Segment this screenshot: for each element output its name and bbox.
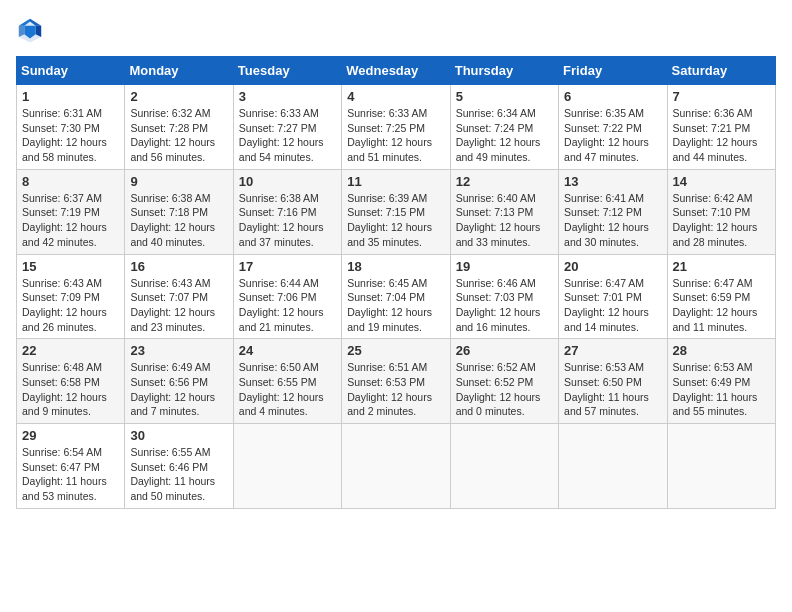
calendar-cell: 14 Sunrise: 6:42 AMSunset: 7:10 PMDaylig…	[667, 169, 775, 254]
calendar-cell: 24 Sunrise: 6:50 AMSunset: 6:55 PMDaylig…	[233, 339, 341, 424]
day-number: 14	[673, 174, 770, 189]
day-number: 23	[130, 343, 227, 358]
day-number: 8	[22, 174, 119, 189]
day-info: Sunrise: 6:53 AMSunset: 6:50 PMDaylight:…	[564, 360, 661, 419]
calendar-cell: 4 Sunrise: 6:33 AMSunset: 7:25 PMDayligh…	[342, 85, 450, 170]
day-number: 12	[456, 174, 553, 189]
day-info: Sunrise: 6:32 AMSunset: 7:28 PMDaylight:…	[130, 106, 227, 165]
day-info: Sunrise: 6:47 AMSunset: 7:01 PMDaylight:…	[564, 276, 661, 335]
day-number: 29	[22, 428, 119, 443]
calendar-cell	[450, 424, 558, 509]
calendar-week-row: 8 Sunrise: 6:37 AMSunset: 7:19 PMDayligh…	[17, 169, 776, 254]
day-of-week-header: Tuesday	[233, 57, 341, 85]
calendar-cell: 29 Sunrise: 6:54 AMSunset: 6:47 PMDaylig…	[17, 424, 125, 509]
day-number: 13	[564, 174, 661, 189]
day-number: 3	[239, 89, 336, 104]
calendar-cell: 26 Sunrise: 6:52 AMSunset: 6:52 PMDaylig…	[450, 339, 558, 424]
calendar-cell: 15 Sunrise: 6:43 AMSunset: 7:09 PMDaylig…	[17, 254, 125, 339]
calendar-cell: 8 Sunrise: 6:37 AMSunset: 7:19 PMDayligh…	[17, 169, 125, 254]
calendar-cell: 17 Sunrise: 6:44 AMSunset: 7:06 PMDaylig…	[233, 254, 341, 339]
day-number: 2	[130, 89, 227, 104]
calendar-cell: 21 Sunrise: 6:47 AMSunset: 6:59 PMDaylig…	[667, 254, 775, 339]
calendar-cell: 2 Sunrise: 6:32 AMSunset: 7:28 PMDayligh…	[125, 85, 233, 170]
day-number: 21	[673, 259, 770, 274]
day-info: Sunrise: 6:34 AMSunset: 7:24 PMDaylight:…	[456, 106, 553, 165]
calendar-cell: 28 Sunrise: 6:53 AMSunset: 6:49 PMDaylig…	[667, 339, 775, 424]
calendar-cell: 25 Sunrise: 6:51 AMSunset: 6:53 PMDaylig…	[342, 339, 450, 424]
day-number: 6	[564, 89, 661, 104]
calendar-cell	[233, 424, 341, 509]
day-info: Sunrise: 6:43 AMSunset: 7:09 PMDaylight:…	[22, 276, 119, 335]
day-info: Sunrise: 6:53 AMSunset: 6:49 PMDaylight:…	[673, 360, 770, 419]
day-info: Sunrise: 6:39 AMSunset: 7:15 PMDaylight:…	[347, 191, 444, 250]
calendar-week-row: 15 Sunrise: 6:43 AMSunset: 7:09 PMDaylig…	[17, 254, 776, 339]
day-info: Sunrise: 6:49 AMSunset: 6:56 PMDaylight:…	[130, 360, 227, 419]
calendar-cell: 30 Sunrise: 6:55 AMSunset: 6:46 PMDaylig…	[125, 424, 233, 509]
day-info: Sunrise: 6:40 AMSunset: 7:13 PMDaylight:…	[456, 191, 553, 250]
day-info: Sunrise: 6:42 AMSunset: 7:10 PMDaylight:…	[673, 191, 770, 250]
day-info: Sunrise: 6:43 AMSunset: 7:07 PMDaylight:…	[130, 276, 227, 335]
calendar-cell: 10 Sunrise: 6:38 AMSunset: 7:16 PMDaylig…	[233, 169, 341, 254]
calendar-cell: 16 Sunrise: 6:43 AMSunset: 7:07 PMDaylig…	[125, 254, 233, 339]
day-info: Sunrise: 6:33 AMSunset: 7:25 PMDaylight:…	[347, 106, 444, 165]
day-number: 30	[130, 428, 227, 443]
day-info: Sunrise: 6:46 AMSunset: 7:03 PMDaylight:…	[456, 276, 553, 335]
day-number: 17	[239, 259, 336, 274]
day-info: Sunrise: 6:31 AMSunset: 7:30 PMDaylight:…	[22, 106, 119, 165]
calendar-cell: 7 Sunrise: 6:36 AMSunset: 7:21 PMDayligh…	[667, 85, 775, 170]
calendar-cell: 27 Sunrise: 6:53 AMSunset: 6:50 PMDaylig…	[559, 339, 667, 424]
calendar-cell: 9 Sunrise: 6:38 AMSunset: 7:18 PMDayligh…	[125, 169, 233, 254]
day-info: Sunrise: 6:44 AMSunset: 7:06 PMDaylight:…	[239, 276, 336, 335]
calendar-cell: 3 Sunrise: 6:33 AMSunset: 7:27 PMDayligh…	[233, 85, 341, 170]
day-info: Sunrise: 6:51 AMSunset: 6:53 PMDaylight:…	[347, 360, 444, 419]
day-number: 7	[673, 89, 770, 104]
day-info: Sunrise: 6:47 AMSunset: 6:59 PMDaylight:…	[673, 276, 770, 335]
calendar-cell: 6 Sunrise: 6:35 AMSunset: 7:22 PMDayligh…	[559, 85, 667, 170]
day-of-week-header: Wednesday	[342, 57, 450, 85]
calendar-header-row: SundayMondayTuesdayWednesdayThursdayFrid…	[17, 57, 776, 85]
day-number: 22	[22, 343, 119, 358]
day-of-week-header: Thursday	[450, 57, 558, 85]
day-number: 20	[564, 259, 661, 274]
day-info: Sunrise: 6:38 AMSunset: 7:18 PMDaylight:…	[130, 191, 227, 250]
day-number: 16	[130, 259, 227, 274]
day-number: 26	[456, 343, 553, 358]
day-of-week-header: Saturday	[667, 57, 775, 85]
day-number: 4	[347, 89, 444, 104]
day-info: Sunrise: 6:38 AMSunset: 7:16 PMDaylight:…	[239, 191, 336, 250]
calendar-cell: 13 Sunrise: 6:41 AMSunset: 7:12 PMDaylig…	[559, 169, 667, 254]
page-header	[16, 16, 776, 44]
logo	[16, 16, 48, 44]
day-number: 19	[456, 259, 553, 274]
day-number: 10	[239, 174, 336, 189]
day-info: Sunrise: 6:36 AMSunset: 7:21 PMDaylight:…	[673, 106, 770, 165]
day-info: Sunrise: 6:33 AMSunset: 7:27 PMDaylight:…	[239, 106, 336, 165]
calendar-table: SundayMondayTuesdayWednesdayThursdayFrid…	[16, 56, 776, 509]
calendar-week-row: 22 Sunrise: 6:48 AMSunset: 6:58 PMDaylig…	[17, 339, 776, 424]
day-of-week-header: Friday	[559, 57, 667, 85]
day-number: 1	[22, 89, 119, 104]
calendar-cell: 12 Sunrise: 6:40 AMSunset: 7:13 PMDaylig…	[450, 169, 558, 254]
calendar-cell: 11 Sunrise: 6:39 AMSunset: 7:15 PMDaylig…	[342, 169, 450, 254]
day-number: 27	[564, 343, 661, 358]
day-info: Sunrise: 6:50 AMSunset: 6:55 PMDaylight:…	[239, 360, 336, 419]
day-info: Sunrise: 6:55 AMSunset: 6:46 PMDaylight:…	[130, 445, 227, 504]
day-info: Sunrise: 6:52 AMSunset: 6:52 PMDaylight:…	[456, 360, 553, 419]
calendar-cell: 18 Sunrise: 6:45 AMSunset: 7:04 PMDaylig…	[342, 254, 450, 339]
day-number: 15	[22, 259, 119, 274]
calendar-cell: 22 Sunrise: 6:48 AMSunset: 6:58 PMDaylig…	[17, 339, 125, 424]
day-info: Sunrise: 6:37 AMSunset: 7:19 PMDaylight:…	[22, 191, 119, 250]
day-of-week-header: Monday	[125, 57, 233, 85]
day-info: Sunrise: 6:45 AMSunset: 7:04 PMDaylight:…	[347, 276, 444, 335]
calendar-cell: 5 Sunrise: 6:34 AMSunset: 7:24 PMDayligh…	[450, 85, 558, 170]
day-number: 9	[130, 174, 227, 189]
calendar-week-row: 29 Sunrise: 6:54 AMSunset: 6:47 PMDaylig…	[17, 424, 776, 509]
day-info: Sunrise: 6:41 AMSunset: 7:12 PMDaylight:…	[564, 191, 661, 250]
day-info: Sunrise: 6:54 AMSunset: 6:47 PMDaylight:…	[22, 445, 119, 504]
day-number: 24	[239, 343, 336, 358]
day-number: 18	[347, 259, 444, 274]
logo-icon	[16, 16, 44, 44]
calendar-cell: 23 Sunrise: 6:49 AMSunset: 6:56 PMDaylig…	[125, 339, 233, 424]
day-of-week-header: Sunday	[17, 57, 125, 85]
day-number: 28	[673, 343, 770, 358]
